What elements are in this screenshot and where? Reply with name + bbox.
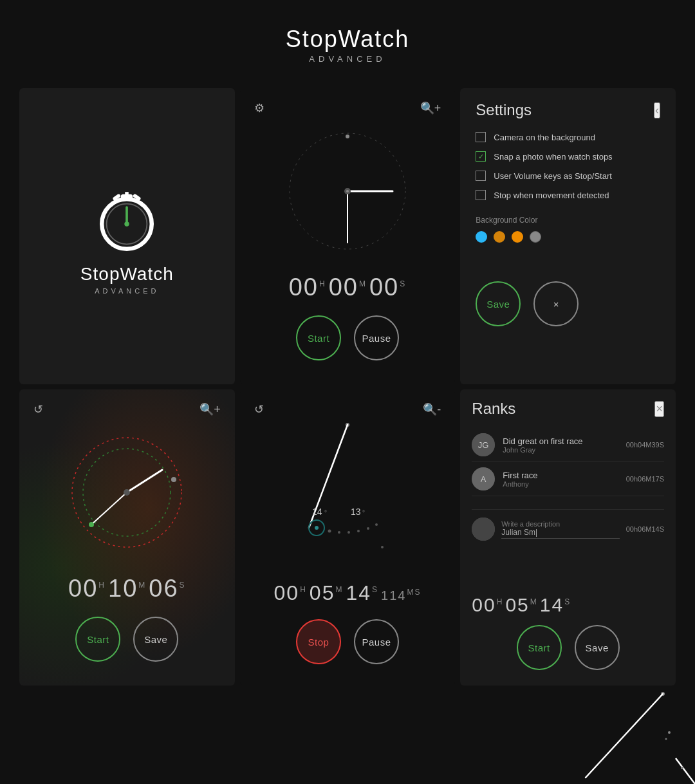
zoom-out-lap[interactable]: 🔍-	[420, 401, 443, 418]
color-orange1[interactable]	[494, 231, 505, 243]
main-grid: StopWatch ADVANCED ⚙ 🔍+	[0, 83, 695, 705]
rank-input-wrapper: Write a description Julian Sm|	[501, 520, 619, 539]
svg-point-13	[346, 190, 349, 192]
watch-bg-btn-row: Start Save	[75, 617, 178, 662]
svg-text:A: A	[481, 474, 486, 484]
checkbox-camera[interactable]	[476, 132, 486, 142]
lap-topbar: ↺ 🔍-	[246, 398, 449, 418]
color-gray[interactable]	[530, 231, 541, 243]
ranks-btn-row: Start Save	[472, 625, 664, 670]
panel-ranks: Ranks × JG Did great on first race John …	[460, 389, 676, 686]
settings-back-button[interactable]: ‹	[654, 102, 660, 118]
rank-time-2: 00h06M17S	[626, 475, 664, 483]
zoom-in-bg[interactable]: 🔍+	[197, 401, 223, 418]
settings-button[interactable]: ⚙	[252, 100, 267, 117]
rank-avatar-1: JG	[472, 433, 495, 456]
svg-point-31	[348, 531, 350, 534]
svg-point-19	[124, 489, 130, 496]
zoom-in-button[interactable]: 🔍+	[418, 100, 444, 117]
svg-point-30	[338, 531, 340, 534]
time-bg-h: 00H	[68, 575, 106, 602]
svg-text:13: 13	[351, 507, 361, 517]
rank-sub-2: Anthony	[503, 480, 618, 488]
svg-point-24	[315, 526, 319, 530]
svg-point-45	[665, 738, 667, 740]
ranks-time-s: 14S	[540, 594, 571, 616]
ranks-title: Ranks	[472, 400, 515, 418]
start-button-ranks[interactable]: Start	[517, 625, 562, 670]
svg-line-17	[91, 492, 127, 525]
rank-time-1: 00h04M39S	[626, 441, 664, 449]
rank-name-2: First race	[503, 471, 618, 480]
app-title: StopWatch	[0, 26, 695, 53]
bg-color-label: Background Color	[476, 216, 660, 225]
setting-label-1: Camera on the background	[494, 133, 595, 142]
ranks-bottom: 00H 05M 14S Start Save	[472, 594, 664, 670]
svg-line-42	[586, 694, 663, 778]
rank-input-time: 00h06M14S	[626, 525, 664, 533]
time-minutes: 00M	[329, 274, 367, 301]
pause-button-main[interactable]: Pause	[354, 315, 399, 360]
panel-appicon-sub: ADVANCED	[95, 287, 159, 295]
svg-text:°: °	[362, 509, 365, 516]
ranks-header: Ranks ×	[472, 400, 664, 418]
color-dots	[476, 231, 660, 243]
panel-main-watch: ⚙ 🔍+ 00H 00M	[240, 88, 456, 384]
color-orange2[interactable]	[512, 231, 523, 243]
svg-point-32	[357, 530, 360, 532]
ranks-time-h: 00H	[472, 594, 503, 616]
setting-item-4[interactable]: Stop when movement detected	[476, 190, 660, 200]
start-button-main[interactable]: Start	[296, 315, 341, 360]
history-button-bg[interactable]: ↺	[31, 401, 46, 418]
settings-header: Settings ‹	[476, 101, 660, 119]
svg-point-7	[125, 221, 129, 226]
rank-avatar-2: A	[472, 467, 495, 490]
rank-item-1: JG Did great on first race John Gray 00h…	[472, 428, 664, 462]
svg-point-40	[472, 518, 495, 541]
time-display-main: 00H 00M 00S	[289, 274, 407, 301]
stop-button-lap[interactable]: Stop	[296, 619, 341, 664]
save-button-ranks[interactable]: Save	[575, 625, 620, 670]
watch-topbar: ⚙ 🔍+	[246, 97, 449, 117]
rank-input-placeholder: Write a description	[501, 520, 619, 528]
svg-line-43	[676, 758, 695, 784]
rank-info-2: First race Anthony	[503, 471, 618, 488]
setting-label-3: User Volume keys as Stop/Start	[494, 171, 612, 181]
lap-svg: 14 ° 13 °	[277, 422, 418, 570]
history-button-lap[interactable]: ↺	[252, 401, 266, 418]
checkbox-movement[interactable]	[476, 190, 486, 200]
settings-cancel-button[interactable]: ×	[533, 281, 579, 326]
lap-btn-row: Stop Pause	[296, 619, 399, 664]
rank-input-text[interactable]: Julian Sm|	[501, 528, 619, 539]
rank-input-area: Write a description Julian Sm| 00h06M14S	[472, 509, 664, 541]
rank-item-2: A First race Anthony 00h06M17S	[472, 462, 664, 496]
rank-input-row: Write a description Julian Sm| 00h06M14S	[472, 518, 664, 541]
setting-label-2: Snap a photo when watch stops	[494, 152, 612, 162]
rank-name-1: Did great on first race	[503, 436, 618, 446]
svg-rect-2	[125, 192, 129, 199]
panel-lap: ↺ 🔍- 14 ° 13 °	[240, 389, 456, 686]
time-lap-ms: 114MS	[381, 588, 421, 603]
ranks-close-button[interactable]: ×	[654, 401, 664, 417]
svg-point-18	[89, 522, 94, 527]
settings-save-button[interactable]: Save	[476, 281, 521, 326]
app-subtitle: ADVANCED	[0, 54, 695, 64]
setting-item-1[interactable]: Camera on the background	[476, 132, 660, 142]
rank-info-1: Did great on first race John Gray	[503, 436, 618, 454]
time-lap-m: 05M	[310, 581, 344, 605]
clock-face-main	[283, 127, 412, 256]
watch-btn-row: Start Pause	[296, 315, 399, 360]
ranks-time-m: 05M	[505, 594, 537, 616]
time-bg-m: 10M	[108, 575, 146, 602]
setting-item-3[interactable]: User Volume keys as Stop/Start	[476, 171, 660, 181]
color-blue[interactable]	[476, 231, 487, 243]
checkbox-snap[interactable]	[476, 151, 486, 162]
setting-item-2[interactable]: Snap a photo when watch stops	[476, 151, 660, 162]
clock-face-bg	[62, 428, 191, 557]
pause-button-lap[interactable]: Pause	[354, 619, 399, 664]
svg-point-9	[346, 135, 349, 138]
checkbox-volume[interactable]	[476, 171, 486, 181]
settings-title: Settings	[476, 101, 532, 119]
start-button-bg[interactable]: Start	[75, 617, 120, 662]
save-button-bg[interactable]: Save	[133, 617, 178, 662]
